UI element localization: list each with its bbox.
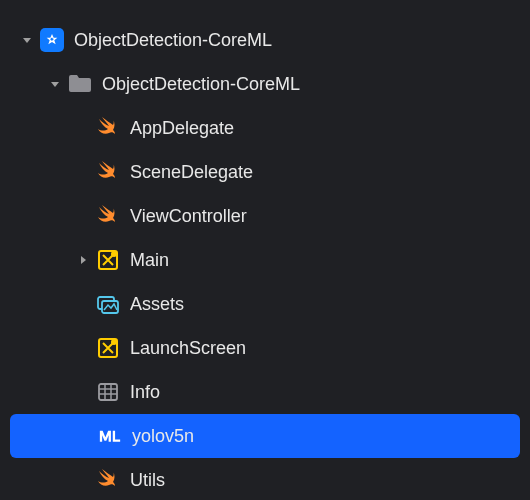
tree-row-label: Info: [130, 382, 160, 403]
tree-row-label: ObjectDetection-CoreML: [74, 30, 272, 51]
tree-row-label: ObjectDetection-CoreML: [102, 74, 300, 95]
disclosure-triangle-right-icon[interactable]: [74, 255, 92, 265]
swift-icon: [96, 116, 120, 140]
mlmodel-icon: [98, 424, 122, 448]
assets-icon: [96, 292, 120, 316]
tree-row-label: Utils: [130, 470, 165, 491]
tree-row-label: LaunchScreen: [130, 338, 246, 359]
tree-row-file[interactable]: LaunchScreen: [0, 326, 530, 370]
storyboard-icon: [96, 248, 120, 272]
storyboard-icon: [96, 336, 120, 360]
tree-row-file[interactable]: AppDelegate: [0, 106, 530, 150]
tree-row-label: Assets: [130, 294, 184, 315]
svg-point-2: [111, 251, 117, 257]
swift-icon: [96, 204, 120, 228]
tree-row-file[interactable]: Info: [0, 370, 530, 414]
svg-point-6: [111, 339, 117, 345]
swift-icon: [96, 160, 120, 184]
xcode-project-icon: [40, 28, 64, 52]
disclosure-triangle-down-icon[interactable]: [18, 35, 36, 45]
tree-row-file[interactable]: Main: [0, 238, 530, 282]
tree-row-file[interactable]: ViewController: [0, 194, 530, 238]
tree-row-file[interactable]: Utils: [0, 458, 530, 500]
tree-row-file[interactable]: SceneDelegate: [0, 150, 530, 194]
plist-icon: [96, 380, 120, 404]
tree-row-label: SceneDelegate: [130, 162, 253, 183]
tree-row-file[interactable]: Assets: [0, 282, 530, 326]
tree-row-project-root[interactable]: ObjectDetection-CoreML: [0, 18, 530, 62]
folder-icon: [68, 72, 92, 96]
tree-row-label: AppDelegate: [130, 118, 234, 139]
tree-row-label: Main: [130, 250, 169, 271]
swift-icon: [96, 468, 120, 492]
tree-row-label: ViewController: [130, 206, 247, 227]
svg-rect-7: [99, 384, 117, 400]
disclosure-triangle-down-icon[interactable]: [46, 79, 64, 89]
tree-row-label: yolov5n: [132, 426, 194, 447]
project-navigator: ObjectDetection-CoreML ObjectDetection-C…: [0, 18, 530, 500]
tree-row-file-selected[interactable]: yolov5n: [10, 414, 520, 458]
tree-row-group[interactable]: ObjectDetection-CoreML: [0, 62, 530, 106]
